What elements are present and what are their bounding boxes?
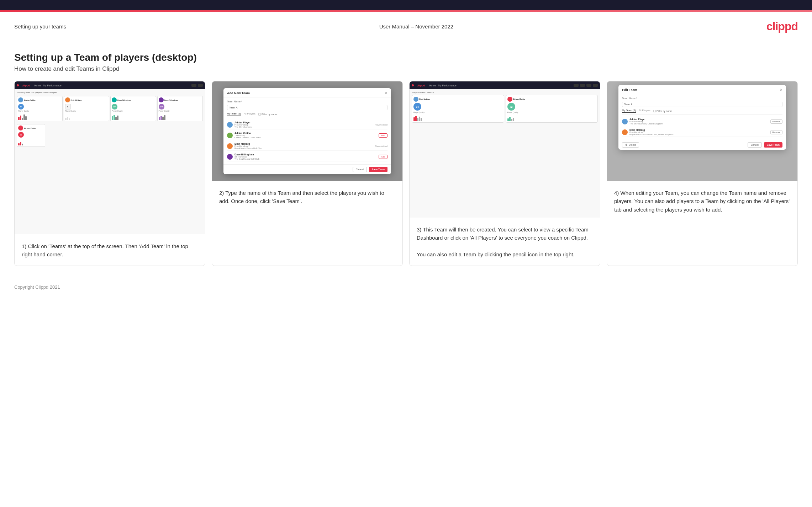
bar-4-4 — [164, 115, 165, 120]
card-2-screenshot: Add New Team ✕ Team Name * My Team (2) A… — [212, 81, 402, 181]
edit-tab-all-players[interactable]: All Players — [639, 109, 650, 113]
edit-modal-title: Edit Team — [622, 88, 637, 92]
name-mini-2: Blair McHarg — [71, 99, 82, 101]
c2 — [509, 117, 511, 121]
score-mini-1: 84 — [18, 104, 24, 110]
tab-my-team[interactable]: My Team (2) — [227, 112, 241, 116]
nav-links: Home My Performance — [35, 84, 62, 87]
c1 — [507, 118, 509, 121]
team-av-2 — [507, 97, 512, 102]
delete-button[interactable]: 🗑 Delete — [622, 142, 639, 148]
cancel-button[interactable]: Cancel — [353, 167, 367, 172]
bar-3-2 — [114, 115, 115, 120]
card-3-p2: You can also edit a Team by clicking the… — [417, 251, 575, 257]
edit-player-club-2: Plus HandicapRoyal North Devon Golf Club… — [629, 131, 768, 135]
label-mini-3: Player Quality — [112, 110, 155, 112]
bars-3-2 — [507, 114, 596, 121]
edit-action-buttons: Cancel Save Team — [748, 142, 782, 148]
avatar-adrian-p — [227, 122, 233, 128]
player-row-4: Dave Billingham 3.5 HandicapThe Gog Mago… — [227, 152, 387, 161]
edit-filter-checkbox[interactable] — [653, 110, 656, 112]
edit-team-name-input[interactable] — [622, 102, 782, 107]
score-mini-3: 194 — [112, 104, 117, 110]
nav-link-home: Home — [35, 84, 41, 87]
remove-btn-1[interactable]: Remove — [770, 119, 782, 124]
chart-mini-5 — [18, 138, 44, 145]
bar-3 — [22, 118, 23, 120]
player-row-3: Blair McHarg Plus HandicapRoyal North De… — [227, 142, 387, 151]
nav-teams-3: My Performance — [438, 84, 456, 87]
add-btn-2[interactable]: Add — [379, 133, 387, 138]
copyright-text: Copyright Clippd 2021 — [14, 284, 60, 290]
page-title: Setting up a Team of players (desktop) — [14, 52, 798, 63]
player-mini-5: Richard Butler 72 — [17, 124, 45, 147]
remove-btn-2[interactable]: Remove — [770, 130, 782, 134]
card-4-text: 4) When editing your Team, you can chang… — [607, 181, 797, 266]
team-name-2: Richard Butler — [513, 98, 525, 100]
nav-search-btn — [191, 84, 196, 87]
avatar-mini-2 — [65, 97, 70, 102]
edit-tab-my-team[interactable]: My Team (2) — [622, 109, 636, 113]
label-mini-1: Player Quality — [18, 110, 61, 112]
player-cards-row-1: Adrian Coliba 84 Player Quality — [17, 96, 203, 121]
bar-2-1 — [65, 118, 67, 120]
btn-added-1: Player Added — [375, 124, 387, 126]
nav-circle-red — [17, 84, 19, 86]
nav-s-3 — [574, 84, 579, 87]
edit-avatar-1 — [622, 119, 628, 124]
save-team-button[interactable]: Save Team — [369, 167, 387, 172]
edit-player-row-2: Blair McHarg Plus HandicapRoyal North De… — [622, 128, 782, 137]
mockup-section-title: Showing 4 out of 4 players from All Play… — [17, 91, 203, 94]
edit-save-button[interactable]: Save Team — [764, 142, 782, 148]
modal-footer: Cancel Save Team — [223, 164, 391, 174]
edit-player-name-1: Adrian Player — [629, 118, 768, 121]
mockup-nav-3: clippd Home My Performance — [410, 81, 600, 89]
modal-close-icon[interactable]: ✕ — [385, 91, 387, 95]
avatar-mini-3 — [112, 97, 117, 102]
edit-cancel-button[interactable]: Cancel — [748, 142, 762, 148]
edit-team-name-label: Team Name * — [622, 97, 782, 100]
btn-added-3: Player Added — [375, 145, 387, 147]
mockup-nav: clippd Home My Performance — [15, 81, 205, 89]
card-3-screenshot: clippd Home My Performance Player Detail… — [410, 81, 600, 218]
card-1-screenshot: clippd Home My Performance Showing 4 out… — [15, 81, 205, 234]
player-info-3: Blair McHarg Plus HandicapRoyal North De… — [234, 143, 373, 149]
filter-label: Filter by name — [258, 112, 277, 116]
player-info-2: Adrian Coliba 1 HandicapCentral London G… — [234, 132, 377, 139]
team-name-label: Team Name * — [227, 100, 387, 103]
bar-3-3 — [115, 117, 117, 120]
card-1: clippd Home My Performance Showing 4 out… — [14, 81, 205, 266]
modal-2-bg: Add New Team ✕ Team Name * My Team (2) A… — [212, 81, 402, 181]
player-list: Adrian Player Plus HandicapThe Shire Lon… — [227, 120, 387, 161]
b3 — [417, 118, 418, 121]
player-info-1: Adrian Player Plus HandicapThe Shire Lon… — [234, 121, 373, 128]
edit-player-info-1: Adrian Player Plus HandicapThe Shire Lon… — [629, 118, 768, 125]
b4 — [419, 117, 420, 121]
filter-checkbox[interactable] — [258, 113, 261, 116]
mockup-body: Showing 4 out of 4 players from All Play… — [15, 89, 205, 234]
add-btn-4[interactable]: Add — [379, 155, 387, 159]
modal-body: Team Name * My Team (2) All Players Filt… — [223, 97, 391, 164]
tab-all-players[interactable]: All Players — [244, 112, 255, 116]
edit-modal: Edit Team ✕ Team Name * My Team (2) All … — [618, 85, 786, 150]
player-name-2: Adrian Coliba — [234, 132, 377, 134]
team-member-1: Blair McHarg 94 Player Quality — [412, 95, 504, 123]
player-mini-2: Blair McHarg 0 Player Quality — [64, 96, 110, 121]
team-name-input[interactable] — [227, 105, 387, 110]
player-info-4: Dave Billingham 3.5 HandicapThe Gog Mago… — [234, 153, 377, 160]
score-mini-5: 72 — [18, 132, 24, 138]
edit-modal-close-icon[interactable]: ✕ — [780, 88, 782, 92]
bar-3-1 — [112, 116, 113, 120]
chart-mini-4 — [159, 113, 202, 120]
b1 — [413, 117, 415, 121]
card-3-text: 3) This Team will then be created. You c… — [410, 218, 600, 266]
nav-d-3 — [593, 84, 598, 87]
modal-tabs: My Team (2) All Players Filter by name — [227, 112, 387, 118]
bar-5-3 — [22, 144, 23, 145]
bar-3-4 — [117, 116, 118, 120]
card-4: Edit Team ✕ Team Name * My Team (2) All … — [607, 81, 798, 266]
card-3: clippd Home My Performance Player Detail… — [409, 81, 600, 266]
nav-menu-btn — [198, 84, 203, 87]
player-name-4: Dave Billingham — [234, 153, 377, 156]
score-label-3-2: Player Quality — [507, 111, 596, 113]
